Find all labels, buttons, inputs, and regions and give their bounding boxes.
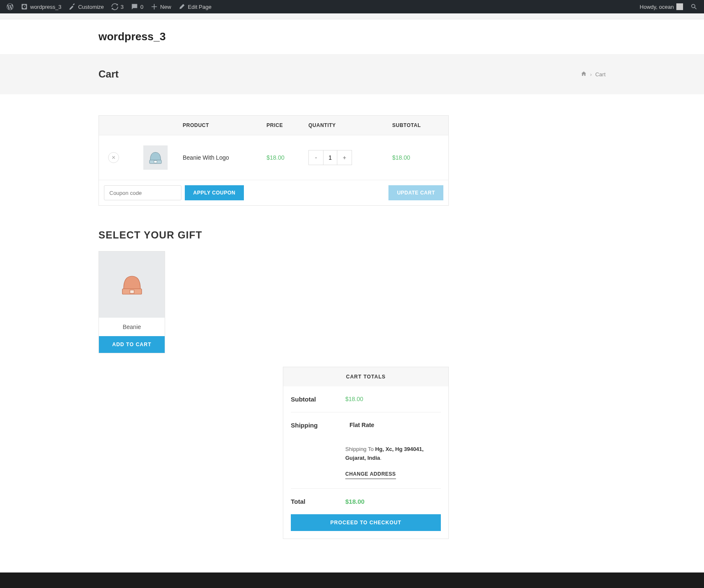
shipping-to: Shipping To Hg, Xc, Hg 394041, Gujarat, … <box>345 445 441 463</box>
subtotal-value: $18.00 <box>345 396 441 402</box>
shipping-to-prefix: Shipping To <box>345 446 375 452</box>
total-label: Total <box>291 498 345 505</box>
cart-table-head: PRODUCT PRICE QUANTITY SUBTOTAL <box>99 116 448 135</box>
col-quantity: QUANTITY <box>308 122 392 128</box>
cart-totals-body: Subtotal $18.00 Shipping Flat Rate Shipp… <box>283 386 448 514</box>
customize-label: Customize <box>78 4 104 10</box>
dashboard-icon <box>21 3 28 10</box>
admin-bar-left: wordpress_3 Customize 3 0 New Edit Page <box>3 0 215 13</box>
coupon-area: APPLY COUPON <box>104 185 244 200</box>
admin-search[interactable] <box>687 0 701 13</box>
update-cart-button[interactable]: UPDATE CART <box>388 185 443 200</box>
edit-page-menu[interactable]: Edit Page <box>175 0 215 13</box>
new-content-menu[interactable]: New <box>148 0 174 13</box>
home-icon <box>581 71 587 77</box>
breadcrumb-home[interactable] <box>581 71 587 78</box>
brush-icon <box>69 3 75 10</box>
wp-logo-menu[interactable] <box>3 0 17 13</box>
shipping-label: Shipping <box>291 422 345 429</box>
remove-item-button[interactable]: ✕ <box>108 152 119 163</box>
greeting-label: Howdy, ocean <box>640 4 674 10</box>
updates-menu[interactable]: 3 <box>108 0 127 13</box>
coupon-input[interactable] <box>104 185 181 200</box>
search-icon <box>691 3 697 10</box>
cart-actions-row: APPLY COUPON UPDATE CART <box>99 180 448 205</box>
main-content: PRODUCT PRICE QUANTITY SUBTOTAL ✕ <box>98 94 606 572</box>
comments-menu[interactable]: 0 <box>128 0 147 13</box>
comments-count: 0 <box>140 4 143 10</box>
apply-coupon-button[interactable]: APPLY COUPON <box>185 185 244 200</box>
quantity-input[interactable] <box>323 150 337 165</box>
total-row: Total $18.00 <box>291 489 441 514</box>
gift-section-title: SELECT YOUR GIFT <box>98 229 449 241</box>
page-header: Cart › Cart <box>0 54 704 94</box>
product-name[interactable]: Beanie With Logo <box>183 154 267 161</box>
comment-icon <box>131 3 138 10</box>
avatar <box>676 3 683 10</box>
update-icon <box>111 3 118 10</box>
col-subtotal: SUBTOTAL <box>392 122 447 128</box>
gift-product-name[interactable]: Beanie <box>99 318 165 336</box>
breadcrumb-separator: › <box>590 71 592 78</box>
col-product: PRODUCT <box>183 122 267 128</box>
subtotal-label: Subtotal <box>291 396 345 403</box>
wordpress-icon <box>7 3 13 10</box>
admin-bar-right: Howdy, ocean <box>637 0 701 13</box>
product-subtotal: $18.00 <box>392 154 447 161</box>
top-spacer <box>0 13 704 19</box>
quantity-stepper: - + <box>308 150 352 165</box>
breadcrumb-current: Cart <box>595 71 606 78</box>
user-account-menu[interactable]: Howdy, ocean <box>637 0 686 13</box>
product-price: $18.00 <box>267 154 308 161</box>
add-to-cart-button[interactable]: ADD TO CART <box>99 336 165 353</box>
col-price: PRICE <box>267 122 308 128</box>
close-icon: ✕ <box>111 155 116 161</box>
table-row: ✕ Beanie With Logo $18.00 <box>99 135 448 180</box>
shipping-rate: Flat Rate <box>349 422 441 428</box>
breadcrumb: › Cart <box>581 71 606 78</box>
site-title[interactable]: wordpress_3 <box>98 30 606 43</box>
cart-table-body: ✕ Beanie With Logo $18.00 <box>99 135 448 180</box>
pencil-icon <box>179 3 185 10</box>
beanie-image <box>117 270 147 299</box>
shipping-row: Shipping Flat Rate Shipping To Hg, Xc, H… <box>291 412 441 489</box>
subtotal-row: Subtotal $18.00 <box>291 386 441 412</box>
new-label: New <box>160 4 171 10</box>
site-footer: Copyright - OceanWP Theme by OceanWP <box>0 572 704 588</box>
cart-totals: CART TOTALS Subtotal $18.00 Shipping Fla… <box>283 367 449 539</box>
edit-page-label: Edit Page <box>188 4 211 10</box>
beanie-image <box>147 149 164 166</box>
cart-table: PRODUCT PRICE QUANTITY SUBTOTAL ✕ <box>98 115 449 206</box>
shipping-details: Flat Rate Shipping To Hg, Xc, Hg 394041,… <box>345 422 441 479</box>
gift-product-image[interactable] <box>99 251 165 318</box>
product-thumbnail[interactable] <box>143 145 168 170</box>
page-title: Cart <box>98 68 119 80</box>
site-header: wordpress_3 <box>0 19 704 54</box>
total-value: $18.00 <box>345 498 441 505</box>
proceed-to-checkout-button[interactable]: PROCEED TO CHECKOUT <box>291 514 441 531</box>
cart-area: PRODUCT PRICE QUANTITY SUBTOTAL ✕ <box>98 115 449 539</box>
change-address-link[interactable]: CHANGE ADDRESS <box>345 471 396 479</box>
site-name-label: wordpress_3 <box>30 4 61 10</box>
customize-menu[interactable]: Customize <box>65 0 107 13</box>
wp-admin-bar: wordpress_3 Customize 3 0 New Edit Page … <box>0 0 704 13</box>
svg-rect-1 <box>154 161 157 163</box>
cart-totals-header: CART TOTALS <box>283 367 448 386</box>
site-name-menu[interactable]: wordpress_3 <box>18 0 65 13</box>
gift-product-card: Beanie ADD TO CART <box>98 251 165 353</box>
plus-icon <box>151 3 158 10</box>
updates-count: 3 <box>121 4 124 10</box>
quantity-decrease-button[interactable]: - <box>309 150 323 165</box>
quantity-increase-button[interactable]: + <box>337 150 352 165</box>
svg-rect-3 <box>130 290 134 293</box>
